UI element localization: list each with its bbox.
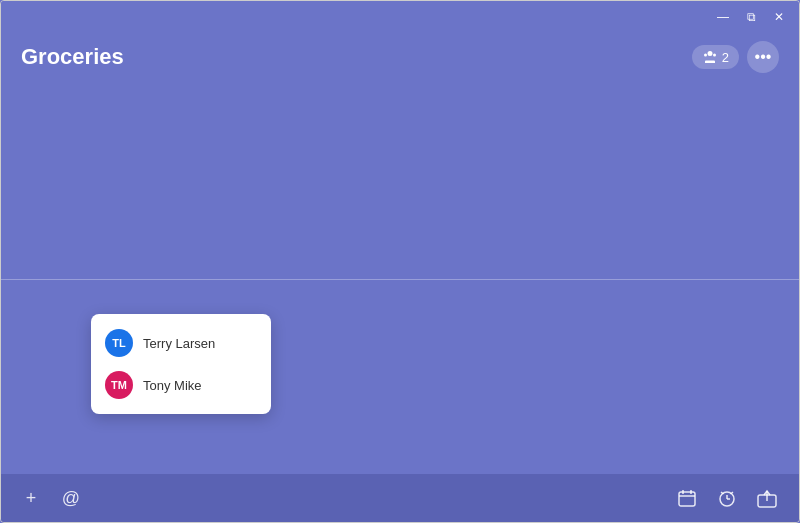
more-icon: ••• [755,48,772,66]
avatar-initials-tony: TM [111,379,127,391]
bottom-section: TL Terry Larsen TM Tony Mike [1,280,799,474]
people-count: 2 [722,50,729,65]
people-button[interactable]: 2 [692,45,739,69]
toolbar-left: + @ [17,484,85,512]
add-icon: + [26,488,37,509]
header: Groceries 2 ••• [1,33,799,85]
toolbar: + @ [1,474,799,522]
more-button[interactable]: ••• [747,41,779,73]
content-area: TL Terry Larsen TM Tony Mike [1,85,799,474]
avatar-tony: TM [105,371,133,399]
title-bar-controls: — ⧉ ✕ [711,7,791,27]
mention-item-terry[interactable]: TL Terry Larsen [91,322,271,364]
mention-name-tony: Tony Mike [143,378,202,393]
maximize-button[interactable]: ⧉ [739,7,763,27]
calendar-icon [677,488,697,508]
share-icon [757,488,777,508]
mention-item-tony[interactable]: TM Tony Mike [91,364,271,406]
mention-popup: TL Terry Larsen TM Tony Mike [91,314,271,414]
mention-icon: @ [62,488,80,509]
add-button[interactable]: + [17,484,45,512]
share-button[interactable] [751,482,783,514]
top-section [1,85,799,280]
avatar-terry: TL [105,329,133,357]
title-bar: — ⧉ ✕ [1,1,799,33]
header-actions: 2 ••• [692,41,779,73]
avatar-initials-terry: TL [112,337,125,349]
people-icon [702,49,718,65]
app-title: Groceries [21,44,124,70]
mention-button[interactable]: @ [57,484,85,512]
svg-rect-0 [679,492,695,506]
calendar-button[interactable] [671,482,703,514]
close-button[interactable]: ✕ [767,7,791,27]
alarm-button[interactable] [711,482,743,514]
app-window: — ⧉ ✕ Groceries 2 ••• [0,0,800,523]
alarm-icon [717,488,737,508]
toolbar-right [671,482,783,514]
minimize-button[interactable]: — [711,7,735,27]
mention-name-terry: Terry Larsen [143,336,215,351]
